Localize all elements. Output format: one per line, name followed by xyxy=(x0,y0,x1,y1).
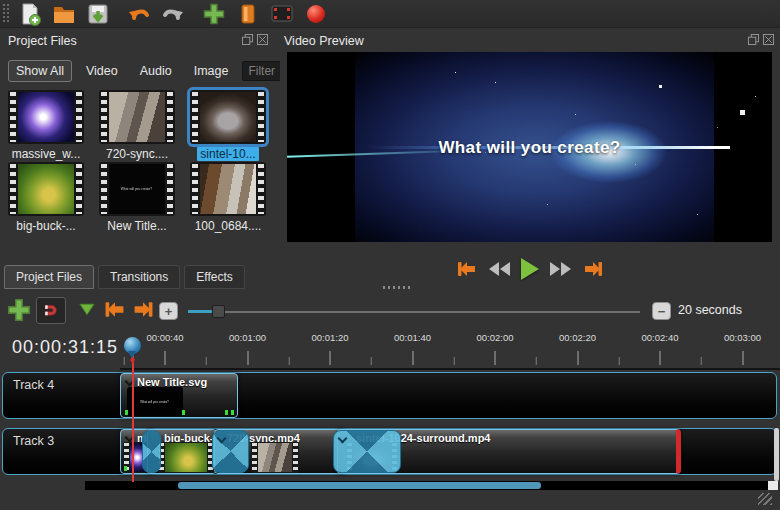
video-preview-panel-controls xyxy=(748,34,774,45)
redo-button[interactable] xyxy=(159,1,186,27)
timeline-horizontal-scrollbar[interactable] xyxy=(85,481,768,490)
file-item-100-0684[interactable]: 100_0684.... xyxy=(188,162,268,234)
zoom-slider-handle[interactable] xyxy=(212,305,225,318)
new-project-button[interactable] xyxy=(16,1,43,27)
file-thumbnail xyxy=(8,90,84,144)
next-marker-button[interactable] xyxy=(131,299,155,320)
filter-video-button[interactable]: Video xyxy=(78,60,126,82)
panel-splitter-handle[interactable] xyxy=(383,286,411,289)
clip-thumbnail xyxy=(158,442,214,473)
tab-effects[interactable]: Effects xyxy=(184,265,244,289)
fullscreen-icon xyxy=(270,2,294,26)
ruler-label: 00:01:20 xyxy=(312,332,349,343)
scrollbar-stepper[interactable] xyxy=(768,481,778,490)
playhead-handle[interactable] xyxy=(124,337,141,354)
ruler-label: 00:03:00 xyxy=(724,332,761,343)
preview-title-text: What will you create? xyxy=(287,138,772,158)
transition-menu-chevron-icon[interactable] xyxy=(338,434,348,444)
open-project-icon xyxy=(52,2,76,26)
transition-3[interactable] xyxy=(333,430,401,473)
close-panel-icon[interactable] xyxy=(257,34,268,45)
ruler-label: 00:02:00 xyxy=(477,332,514,343)
file-item-big-buck[interactable]: big-buck-... xyxy=(6,162,86,234)
timeline-section: + − 20 seconds 00:00:31:15 00:00:40 00:0… xyxy=(0,293,780,510)
track-4-row: Track 4 New Title.svg What will you crea… xyxy=(2,372,777,419)
transition-menu-chevron-icon[interactable] xyxy=(217,434,227,444)
import-files-button[interactable] xyxy=(200,1,227,27)
toolbar-drag-handle[interactable] xyxy=(3,4,10,24)
video-preview-panel: Video Preview What will you create? xyxy=(280,28,780,293)
ruler-label: 00:02:40 xyxy=(642,332,679,343)
starfield xyxy=(455,72,456,73)
open-project-button[interactable] xyxy=(50,1,77,27)
keyframe-indicator xyxy=(231,410,234,415)
rewind-icon xyxy=(489,262,510,276)
file-item-720-sync[interactable]: 720-sync.... xyxy=(97,90,177,162)
ruler-label: 00:01:00 xyxy=(229,332,266,343)
transition-2[interactable] xyxy=(212,430,249,473)
file-thumbnail: What will you create? xyxy=(99,162,175,216)
keyframe-indicator xyxy=(124,466,127,471)
clip-new-title[interactable]: New Title.svg What will you create? xyxy=(120,373,238,418)
zoom-in-button[interactable]: + xyxy=(159,302,178,320)
next-marker-icon xyxy=(131,299,155,320)
file-item-sintel[interactable]: sintel-10... xyxy=(188,90,268,162)
file-label: big-buck-... xyxy=(16,219,75,233)
keyframe-indicator xyxy=(125,410,128,415)
jump-to-start-button[interactable] xyxy=(456,257,478,281)
timeline-toolbar: + − 20 seconds xyxy=(0,295,780,327)
file-label: 720-sync.... xyxy=(106,147,168,161)
bottom-tab-bar: Project Files Transitions Effects xyxy=(4,265,245,289)
jump-to-end-icon xyxy=(582,259,604,279)
track-4-label: Track 4 xyxy=(13,378,54,392)
undo-button[interactable] xyxy=(125,1,152,27)
float-panel-icon[interactable] xyxy=(748,34,759,45)
file-thumbnail xyxy=(190,162,266,216)
file-thumbnail xyxy=(99,90,175,144)
tab-project-files[interactable]: Project Files xyxy=(4,265,94,289)
fullscreen-button[interactable] xyxy=(268,1,295,27)
tab-transitions[interactable]: Transitions xyxy=(98,265,180,289)
track-3-row: Track 3 massive_w... big-buck- 720-sync.… xyxy=(2,428,777,475)
filter-image-button[interactable]: Image xyxy=(186,60,237,82)
previous-marker-icon xyxy=(103,299,127,320)
close-panel-icon[interactable] xyxy=(763,34,774,45)
timeline-ruler[interactable]: 00:00:40 00:01:00 00:01:20 00:01:40 00:0… xyxy=(120,330,780,370)
previous-marker-button[interactable] xyxy=(103,299,127,320)
file-filter-bar: Show All Video Audio Image xyxy=(8,59,310,83)
fast-forward-button[interactable] xyxy=(550,257,571,281)
zoom-slider[interactable] xyxy=(188,311,640,313)
play-button[interactable] xyxy=(521,257,539,281)
jump-to-end-button[interactable] xyxy=(582,257,604,281)
timeline-vertical-scrollbar-thumb[interactable] xyxy=(774,428,779,481)
file-item-massive[interactable]: massive_w... xyxy=(6,90,86,162)
video-preview-screen: What will you create? xyxy=(287,52,772,242)
fast-forward-icon xyxy=(550,262,571,276)
zoom-out-button[interactable]: − xyxy=(652,302,671,320)
ruler-minor-ticks xyxy=(120,357,780,365)
window-resize-grip[interactable] xyxy=(758,493,772,505)
save-project-button[interactable] xyxy=(84,1,111,27)
project-files-panel: Project Files Show All Video Audio Image xyxy=(0,28,280,293)
float-panel-icon[interactable] xyxy=(242,34,253,45)
play-icon xyxy=(521,258,539,280)
new-project-icon xyxy=(18,2,42,26)
video-preview-panel-title: Video Preview xyxy=(284,34,364,48)
rewind-button[interactable] xyxy=(489,257,510,281)
project-files-panel-controls xyxy=(242,34,268,45)
file-thumbnail xyxy=(190,90,266,144)
transition-1[interactable] xyxy=(142,430,161,473)
filter-audio-button[interactable]: Audio xyxy=(132,60,180,82)
filter-show-all-button[interactable]: Show All xyxy=(8,60,72,82)
timeline-horizontal-scrollbar-thumb[interactable] xyxy=(178,482,541,489)
clip-thumbnail: What will you create? xyxy=(127,387,183,416)
export-video-button[interactable] xyxy=(302,1,329,27)
undo-icon xyxy=(127,2,151,26)
snapping-toggle-button[interactable] xyxy=(36,297,66,324)
add-track-button[interactable] xyxy=(6,297,32,323)
main-toolbar xyxy=(0,0,780,28)
add-marker-icon xyxy=(78,302,96,317)
file-item-new-title[interactable]: What will you create? New Title... xyxy=(97,162,177,234)
choose-profile-button[interactable] xyxy=(234,1,261,27)
add-marker-button[interactable] xyxy=(78,302,96,317)
